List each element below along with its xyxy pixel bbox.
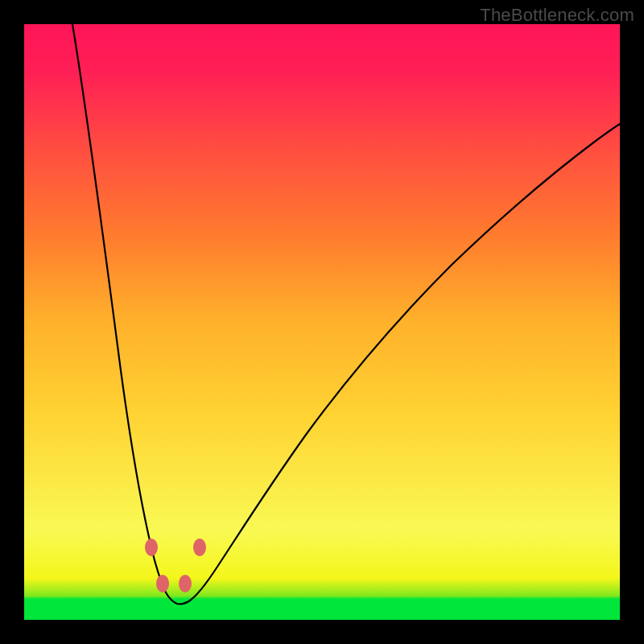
marker-dot — [193, 539, 206, 556]
plot-area — [24, 24, 620, 620]
curve-layer — [24, 24, 620, 620]
chart-frame: TheBottleneck.com — [0, 0, 644, 644]
marker-dot — [145, 539, 158, 556]
marker-dot — [156, 575, 169, 592]
marker-dot — [179, 575, 192, 592]
watermark-text: TheBottleneck.com — [480, 5, 634, 26]
bottleneck-curve — [72, 24, 620, 604]
